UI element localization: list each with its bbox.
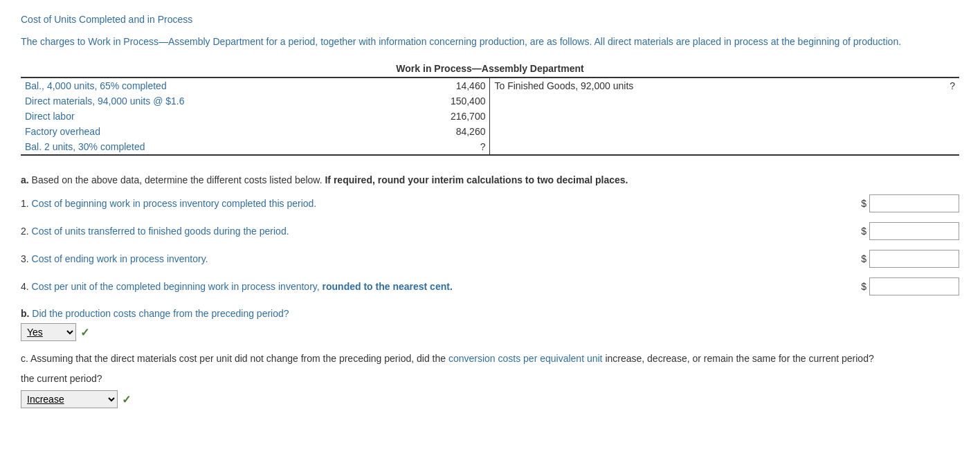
answer-input-3[interactable] xyxy=(869,250,959,268)
table-title: Work in Process—Assembly Department xyxy=(21,63,959,74)
ledger-table-section: Work in Process—Assembly Department Bal.… xyxy=(21,63,959,156)
question-2-row: 2. Cost of units transferred to finished… xyxy=(21,222,959,240)
table-row: Direct labor 216,700 xyxy=(21,109,959,124)
dollar-sign-4: $ xyxy=(861,281,866,292)
answer-input-1[interactable] xyxy=(869,194,959,212)
row4-amount: 84,260 xyxy=(377,124,490,139)
table-row: Bal. 2 units, 30% completed ? xyxy=(21,139,959,155)
section-b: b. Did the production costs change from … xyxy=(21,308,959,341)
row1-label: Bal., 4,000 units, 65% completed xyxy=(21,78,377,93)
question-1-row: 1. Cost of beginning work in process inv… xyxy=(21,194,959,212)
question-4-row: 4. Cost per unit of the completed beginn… xyxy=(21,277,959,295)
section-b-select[interactable]: Yes No xyxy=(21,323,76,341)
table-row: Direct materials, 94,000 units @ $1.6 15… xyxy=(21,93,959,109)
question-3-input-group: $ xyxy=(861,250,959,268)
row2-amount: 150,400 xyxy=(377,93,490,109)
question-1-input-group: $ xyxy=(861,194,959,212)
page-title: Cost of Units Completed and in Process xyxy=(21,14,959,25)
row3-amount: 216,700 xyxy=(377,109,490,124)
section-c-text2: the current period? xyxy=(21,371,959,386)
section-c-text: c. Assuming that the direct materials co… xyxy=(21,351,959,366)
section-a-label: a. Based on the above data, determine th… xyxy=(21,172,959,188)
right-row1-amount: ? xyxy=(846,78,959,93)
row2-label: Direct materials, 94,000 units @ $1.6 xyxy=(21,93,377,109)
row5-label: Bal. 2 units, 30% completed xyxy=(21,139,377,155)
row4-label: Factory overhead xyxy=(21,124,377,139)
section-c-checkmark: ✓ xyxy=(122,393,131,406)
answer-input-4[interactable] xyxy=(869,277,959,295)
dollar-sign-1: $ xyxy=(861,198,866,209)
answer-input-2[interactable] xyxy=(869,222,959,240)
section-b-text: b. Did the production costs change from … xyxy=(21,308,959,319)
right-row1-label: To Finished Goods, 92,000 units xyxy=(490,78,846,93)
table-row: Bal., 4,000 units, 65% completed 14,460 … xyxy=(21,78,959,93)
section-c: c. Assuming that the direct materials co… xyxy=(21,351,959,408)
table-row: Factory overhead 84,260 xyxy=(21,124,959,139)
dollar-sign-3: $ xyxy=(861,253,866,264)
section-b-select-row: Yes No ✓ xyxy=(21,323,959,341)
question-2-input-group: $ xyxy=(861,222,959,240)
question-2-text: 2. Cost of units transferred to finished… xyxy=(21,226,861,237)
question-4-input-group: $ xyxy=(861,277,959,295)
row5-amount: ? xyxy=(377,139,490,155)
section-b-checkmark: ✓ xyxy=(80,326,89,339)
intro-paragraph: The charges to Work in Process—Assembly … xyxy=(21,35,959,49)
section-c-select-row: Increase Decrease Remain the same ✓ xyxy=(21,390,959,408)
question-1-text: 1. Cost of beginning work in process inv… xyxy=(21,198,861,209)
row1-amount: 14,460 xyxy=(377,78,490,93)
row3-label: Direct labor xyxy=(21,109,377,124)
ledger-table: Bal., 4,000 units, 65% completed 14,460 … xyxy=(21,77,959,156)
section-c-select[interactable]: Increase Decrease Remain the same xyxy=(21,390,118,408)
section-a: a. Based on the above data, determine th… xyxy=(21,172,959,295)
dollar-sign-2: $ xyxy=(861,226,866,237)
question-4-text: 4. Cost per unit of the completed beginn… xyxy=(21,281,861,292)
question-3-row: 3. Cost of ending work in process invent… xyxy=(21,250,959,268)
question-3-text: 3. Cost of ending work in process invent… xyxy=(21,253,861,264)
